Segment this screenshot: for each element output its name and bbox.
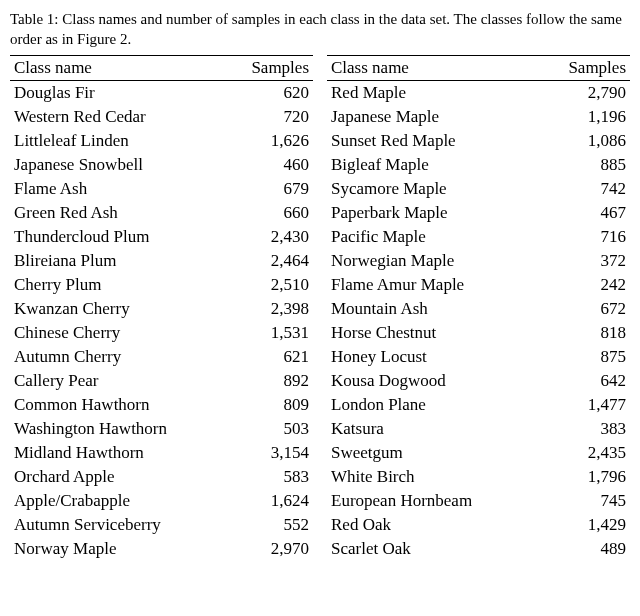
cell-samples: 1,796 xyxy=(537,465,630,489)
table-row: Orchard Apple583 xyxy=(10,465,313,489)
table-row: Katsura383 xyxy=(327,417,630,441)
cell-samples: 720 xyxy=(225,105,313,129)
table-row: Red Maple2,790 xyxy=(327,81,630,106)
cell-class-name: Western Red Cedar xyxy=(10,105,225,129)
cell-samples: 489 xyxy=(537,537,630,561)
cell-class-name: Autumn Cherry xyxy=(10,345,225,369)
cell-samples: 503 xyxy=(225,417,313,441)
cell-samples: 460 xyxy=(225,153,313,177)
cell-class-name: Kousa Dogwood xyxy=(327,369,537,393)
cell-samples: 892 xyxy=(225,369,313,393)
table-row: Blireiana Plum2,464 xyxy=(10,249,313,273)
table-row: Flame Ash679 xyxy=(10,177,313,201)
table-row: Japanese Maple1,196 xyxy=(327,105,630,129)
cell-samples: 621 xyxy=(225,345,313,369)
cell-class-name: Japanese Snowbell xyxy=(10,153,225,177)
cell-class-name: Honey Locust xyxy=(327,345,537,369)
cell-class-name: Flame Ash xyxy=(10,177,225,201)
cell-samples: 2,435 xyxy=(537,441,630,465)
cell-samples: 2,464 xyxy=(225,249,313,273)
cell-class-name: Flame Amur Maple xyxy=(327,273,537,297)
table-row: Midland Hawthorn3,154 xyxy=(10,441,313,465)
table-row: Honey Locust875 xyxy=(327,345,630,369)
table-row: Douglas Fir620 xyxy=(10,81,313,106)
cell-samples: 660 xyxy=(225,201,313,225)
table-row: Washington Hawthorn503 xyxy=(10,417,313,441)
cell-class-name: Midland Hawthorn xyxy=(10,441,225,465)
left-table: Class name Samples Douglas Fir620Western… xyxy=(10,55,313,561)
cell-class-name: London Plane xyxy=(327,393,537,417)
cell-class-name: Japanese Maple xyxy=(327,105,537,129)
table-header-row: Class name Samples xyxy=(327,56,630,81)
cell-samples: 809 xyxy=(225,393,313,417)
cell-class-name: Littleleaf Linden xyxy=(10,129,225,153)
table-row: Pacific Maple716 xyxy=(327,225,630,249)
cell-samples: 1,477 xyxy=(537,393,630,417)
cell-class-name: Douglas Fir xyxy=(10,81,225,106)
cell-samples: 875 xyxy=(537,345,630,369)
table-row: Western Red Cedar720 xyxy=(10,105,313,129)
cell-class-name: Blireiana Plum xyxy=(10,249,225,273)
cell-class-name: Red Oak xyxy=(327,513,537,537)
tables-wrap: Class name Samples Douglas Fir620Western… xyxy=(10,55,630,561)
cell-class-name: Apple/Crabapple xyxy=(10,489,225,513)
cell-class-name: Red Maple xyxy=(327,81,537,106)
table-row: Horse Chestnut818 xyxy=(327,321,630,345)
table-row: Green Red Ash660 xyxy=(10,201,313,225)
cell-samples: 672 xyxy=(537,297,630,321)
cell-samples: 642 xyxy=(537,369,630,393)
table-row: Sweetgum2,435 xyxy=(327,441,630,465)
cell-class-name: Common Hawthorn xyxy=(10,393,225,417)
table-row: Kousa Dogwood642 xyxy=(327,369,630,393)
cell-samples: 383 xyxy=(537,417,630,441)
cell-class-name: Sweetgum xyxy=(327,441,537,465)
cell-samples: 716 xyxy=(537,225,630,249)
table-row: Norway Maple2,970 xyxy=(10,537,313,561)
cell-samples: 552 xyxy=(225,513,313,537)
cell-class-name: Cherry Plum xyxy=(10,273,225,297)
table-row: Red Oak1,429 xyxy=(327,513,630,537)
table-row: Scarlet Oak489 xyxy=(327,537,630,561)
header-samples: Samples xyxy=(225,56,313,81)
cell-class-name: Paperbark Maple xyxy=(327,201,537,225)
cell-class-name: Chinese Cherry xyxy=(10,321,225,345)
cell-class-name: Bigleaf Maple xyxy=(327,153,537,177)
cell-class-name: Thundercloud Plum xyxy=(10,225,225,249)
cell-class-name: Kwanzan Cherry xyxy=(10,297,225,321)
cell-class-name: Sycamore Maple xyxy=(327,177,537,201)
table-row: Autumn Serviceberry552 xyxy=(10,513,313,537)
cell-class-name: Washington Hawthorn xyxy=(10,417,225,441)
cell-samples: 2,430 xyxy=(225,225,313,249)
cell-samples: 679 xyxy=(225,177,313,201)
cell-class-name: Green Red Ash xyxy=(10,201,225,225)
cell-samples: 742 xyxy=(537,177,630,201)
cell-samples: 2,398 xyxy=(225,297,313,321)
cell-class-name: Pacific Maple xyxy=(327,225,537,249)
left-column: Class name Samples Douglas Fir620Western… xyxy=(10,55,313,561)
cell-samples: 1,531 xyxy=(225,321,313,345)
table-row: Kwanzan Cherry2,398 xyxy=(10,297,313,321)
cell-samples: 583 xyxy=(225,465,313,489)
cell-class-name: Horse Chestnut xyxy=(327,321,537,345)
table-row: Mountain Ash672 xyxy=(327,297,630,321)
table-row: London Plane1,477 xyxy=(327,393,630,417)
right-table: Class name Samples Red Maple2,790Japanes… xyxy=(327,55,630,561)
cell-class-name: Sunset Red Maple xyxy=(327,129,537,153)
cell-class-name: Katsura xyxy=(327,417,537,441)
table-row: Apple/Crabapple1,624 xyxy=(10,489,313,513)
cell-samples: 885 xyxy=(537,153,630,177)
cell-class-name: Norwegian Maple xyxy=(327,249,537,273)
cell-samples: 2,790 xyxy=(537,81,630,106)
cell-samples: 242 xyxy=(537,273,630,297)
cell-class-name: European Hornbeam xyxy=(327,489,537,513)
table-row: Flame Amur Maple242 xyxy=(327,273,630,297)
cell-samples: 620 xyxy=(225,81,313,106)
table-header-row: Class name Samples xyxy=(10,56,313,81)
cell-samples: 745 xyxy=(537,489,630,513)
cell-class-name: Callery Pear xyxy=(10,369,225,393)
cell-class-name: Scarlet Oak xyxy=(327,537,537,561)
table-row: Sycamore Maple742 xyxy=(327,177,630,201)
cell-samples: 1,429 xyxy=(537,513,630,537)
cell-samples: 1,196 xyxy=(537,105,630,129)
cell-class-name: White Birch xyxy=(327,465,537,489)
